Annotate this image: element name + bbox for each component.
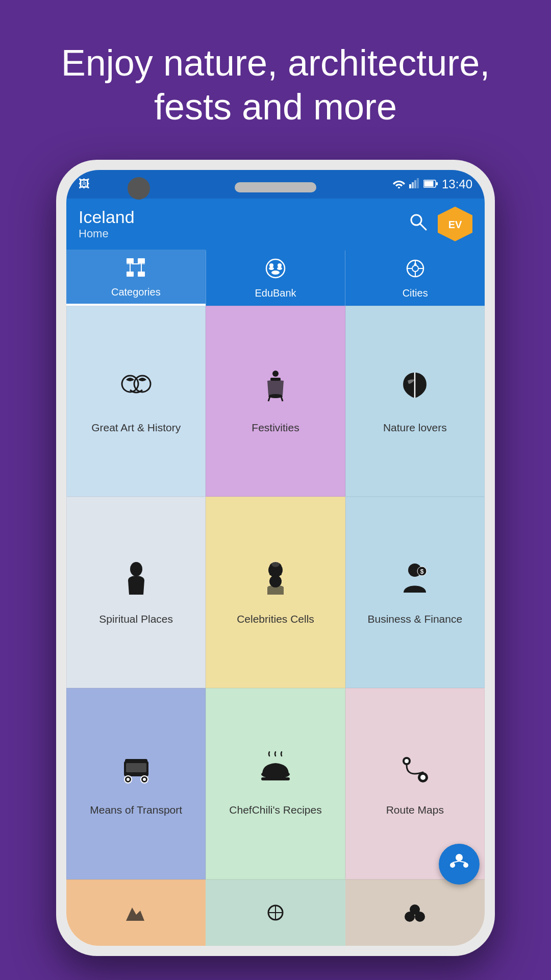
search-button[interactable] (408, 212, 428, 236)
svg-point-24 (271, 271, 280, 275)
app-bar: Iceland Home EV (66, 199, 485, 250)
svg-point-39 (130, 562, 142, 576)
category-celebrities-cells[interactable]: Celebrities Cells (206, 497, 345, 688)
nature-icon (396, 369, 433, 411)
svg-point-66 (410, 904, 420, 915)
svg-point-26 (412, 265, 418, 272)
svg-point-69 (463, 863, 468, 868)
tab-bar: Categories EduBank (66, 250, 485, 306)
svg-text:$: $ (420, 568, 424, 575)
signal-icon (409, 177, 419, 191)
battery-icon (423, 177, 438, 191)
app-title-main: Iceland (79, 207, 135, 227)
bottom-icon-2 (261, 896, 290, 929)
svg-rect-16 (127, 263, 145, 264)
phone-mockup: 🖼 (56, 160, 495, 956)
svg-rect-3 (417, 178, 419, 188)
tab-edubank[interactable]: EduBank (206, 250, 345, 306)
spiritual-icon (118, 560, 155, 602)
svg-rect-12 (138, 258, 145, 263)
art-history-label: Great Art & History (91, 421, 181, 434)
svg-point-68 (450, 863, 455, 868)
status-right-icons: 13:40 (393, 177, 472, 191)
bottom-row (66, 879, 485, 946)
nature-lovers-label: Nature lovers (383, 421, 447, 434)
art-history-icon (118, 369, 155, 411)
celebrities-cells-label: Celebrities Cells (237, 612, 314, 625)
categories-grid: Great Art & History Festivities (66, 306, 485, 879)
svg-text:EV: EV (448, 219, 462, 230)
categories-icon (124, 256, 147, 283)
route-maps-label: Route Maps (386, 803, 444, 816)
tab-cities[interactable]: Cities (345, 250, 485, 306)
svg-point-38 (268, 394, 283, 398)
status-notification-icon: 🖼 (79, 178, 90, 191)
svg-point-60 (420, 775, 425, 780)
bottom-cell-2[interactable] (206, 879, 345, 946)
category-spiritual-places[interactable]: Spiritual Places (66, 497, 206, 688)
svg-rect-15 (138, 272, 145, 277)
svg-rect-5 (424, 181, 433, 186)
bottom-cell-1[interactable] (66, 879, 206, 946)
category-great-art-history[interactable]: Great Art & History (66, 306, 206, 497)
svg-point-43 (271, 561, 280, 567)
category-nature-lovers[interactable]: Nature lovers (345, 306, 485, 497)
status-time: 13:40 (442, 177, 472, 191)
svg-rect-6 (436, 182, 438, 185)
svg-point-58 (405, 759, 409, 763)
transport-icon (118, 751, 155, 793)
app-actions: EV (408, 207, 472, 241)
means-of-transport-label: Means of Transport (90, 803, 182, 816)
phone-speaker (235, 182, 316, 192)
bottom-icon-3 (400, 896, 429, 929)
svg-point-23 (277, 267, 282, 270)
category-business-finance[interactable]: $ Business & Finance (345, 497, 485, 688)
svg-line-8 (420, 224, 426, 230)
tab-edubank-label: EduBank (255, 287, 296, 299)
svg-rect-1 (412, 182, 414, 188)
svg-point-21 (278, 263, 282, 267)
business-icon: $ (396, 560, 433, 602)
fab-icon (447, 850, 471, 878)
festivities-icon (257, 369, 294, 411)
edubank-icon (264, 257, 287, 284)
svg-point-22 (269, 267, 274, 270)
spiritual-places-label: Spiritual Places (99, 612, 173, 625)
wifi-icon (393, 177, 405, 191)
svg-point-20 (269, 263, 273, 267)
cities-icon (404, 257, 427, 284)
svg-rect-14 (127, 272, 134, 277)
svg-rect-49 (126, 763, 146, 772)
svg-line-70 (453, 861, 459, 863)
app-title-sub: Home (79, 227, 135, 240)
chefchili-recipes-label: ChefChili's Recipes (229, 803, 321, 816)
category-festivities[interactable]: Festivities (206, 306, 345, 497)
category-chefchili-recipes[interactable]: ChefChili's Recipes (206, 688, 345, 879)
app-title-block: Iceland Home (79, 207, 135, 240)
category-means-of-transport[interactable]: Means of Transport (66, 688, 206, 879)
svg-point-53 (127, 778, 130, 781)
bottom-cell-3[interactable] (345, 879, 485, 946)
svg-rect-0 (409, 184, 411, 188)
svg-rect-2 (414, 180, 416, 188)
recipe-icon (257, 751, 294, 793)
svg-line-71 (459, 861, 466, 863)
business-finance-label: Business & Finance (368, 612, 463, 625)
festivities-label: Festivities (252, 421, 299, 434)
svg-rect-42 (269, 571, 282, 575)
phone-camera (128, 177, 150, 200)
svg-point-67 (456, 854, 463, 861)
phone-screen: 🖼 (66, 170, 485, 946)
svg-point-54 (143, 778, 146, 781)
celebrity-icon (257, 560, 294, 602)
tab-cities-label: Cities (403, 287, 428, 299)
logo-badge[interactable]: EV (438, 207, 472, 241)
page-header: Enjoy nature, architecture, fests and mo… (0, 0, 551, 160)
svg-rect-11 (127, 258, 134, 263)
fab-button[interactable] (439, 844, 480, 885)
tab-categories[interactable]: Categories (66, 250, 206, 306)
tab-categories-label: Categories (111, 286, 161, 298)
bottom-icon-1 (122, 896, 151, 929)
svg-point-34 (272, 371, 279, 377)
svg-rect-50 (125, 759, 147, 763)
